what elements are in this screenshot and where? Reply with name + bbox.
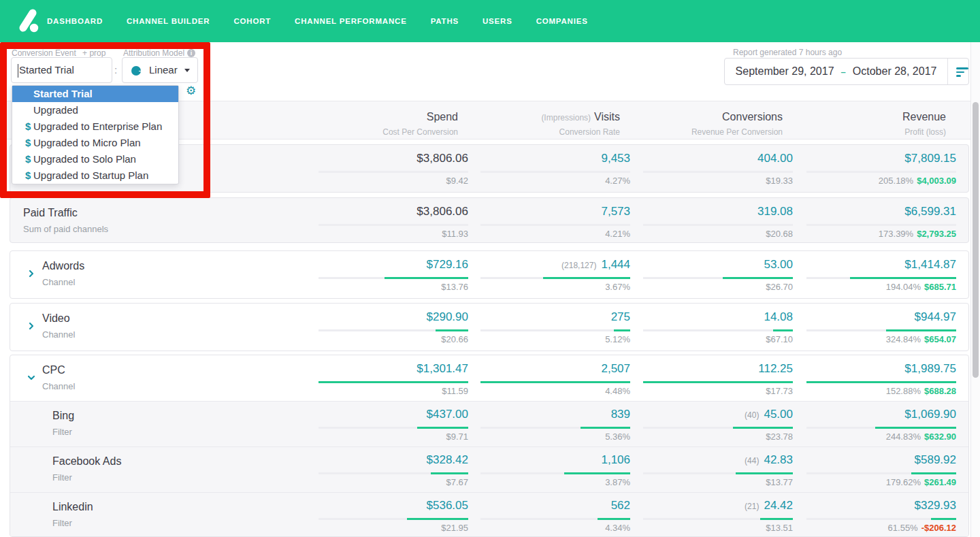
visits-subvalue: 4.48% bbox=[605, 386, 630, 396]
settings-gear-icon[interactable]: ⚙ bbox=[186, 84, 196, 97]
conversion-event-dropdown: Started TrialUpgraded$Upgraded to Enterp… bbox=[12, 85, 179, 184]
spend-subvalue: $13.76 bbox=[441, 282, 468, 292]
dropdown-item[interactable]: Started Trial bbox=[12, 86, 178, 102]
nav-item-paths[interactable]: PATHS bbox=[431, 17, 459, 25]
nav-item-companies[interactable]: COMPANIES bbox=[536, 17, 588, 25]
spend-value: $3,806.06 bbox=[416, 205, 468, 218]
dropdown-item-label: Started Trial bbox=[33, 88, 93, 99]
visits-cell: 2,5074.48% bbox=[480, 355, 630, 401]
add-prop-link[interactable]: + prop bbox=[82, 48, 105, 58]
conversions-value: (44)42.83 bbox=[745, 453, 793, 467]
spend-bar bbox=[318, 472, 468, 474]
conversions-cell: (44)42.83$13.77 bbox=[643, 446, 793, 492]
conversions-value: (40)45.00 bbox=[745, 408, 793, 421]
revenue-value: $329.93 bbox=[915, 499, 956, 512]
visits-bar bbox=[480, 472, 630, 474]
conversion-event-label: Conversion Event + prop bbox=[12, 48, 105, 58]
revenue-subvalue: 194.04%$685.71 bbox=[886, 282, 956, 292]
nav-item-cohort[interactable]: COHORT bbox=[233, 17, 271, 25]
scrollbar-thumb[interactable] bbox=[973, 102, 979, 378]
revenue-bar bbox=[806, 224, 956, 226]
spend-cell: $328.42$7.67 bbox=[318, 446, 468, 492]
chevron-right-icon[interactable] bbox=[27, 269, 36, 278]
conversions-bar-fill bbox=[736, 472, 793, 474]
visits-subvalue: 4.27% bbox=[605, 176, 630, 186]
dropdown-item[interactable]: $Upgraded to Enterprise Plan bbox=[12, 118, 178, 135]
visits-subvalue: 4.21% bbox=[605, 229, 630, 239]
spend-bar-fill bbox=[385, 277, 468, 279]
column-header-revenue[interactable]: Revenue Profit (loss) bbox=[796, 111, 946, 137]
visits-cell: 7,5734.21% bbox=[480, 198, 630, 243]
table-row-video[interactable]: VideoChannel$290.90$20.662755.12%14.08$6… bbox=[10, 304, 968, 351]
row-title: Paid Traffic bbox=[23, 207, 78, 219]
report-options-icon[interactable] bbox=[956, 67, 970, 79]
nav-item-dashboard[interactable]: DASHBOARD bbox=[47, 17, 103, 25]
conversions-bar bbox=[643, 427, 793, 429]
conversions-secondary-value: (21) bbox=[745, 502, 759, 511]
conversions-value: 319.08 bbox=[757, 205, 793, 218]
dollar-icon: $ bbox=[25, 118, 31, 135]
revenue-bar-fill bbox=[931, 518, 956, 520]
chevron-right-icon[interactable] bbox=[27, 321, 36, 331]
spend-cell: $437.00$9.71 bbox=[318, 401, 468, 446]
dropdown-item[interactable]: $Upgraded to Micro Plan bbox=[12, 135, 178, 151]
date-range-picker[interactable]: September 29, 2017 – October 28, 2017 bbox=[724, 58, 969, 85]
visits-value: 7,573 bbox=[601, 205, 630, 218]
spend-cell: $536.05$21.95 bbox=[318, 492, 468, 537]
date-start: September 29, 2017 bbox=[736, 65, 834, 78]
revenue-bar-fill bbox=[886, 329, 956, 331]
column-header-spend[interactable]: Spend Cost Per Conversion bbox=[308, 111, 458, 137]
revenue-value: $589.92 bbox=[915, 453, 956, 467]
attribution-logo[interactable] bbox=[15, 8, 41, 34]
column-header-conversions[interactable]: Conversions Revenue Per Conversion bbox=[633, 111, 783, 137]
row-subtitle: Channel bbox=[42, 277, 75, 287]
visits-bar bbox=[480, 171, 630, 173]
row-title: CPC bbox=[42, 364, 65, 376]
top-nav: DASHBOARDCHANNEL BUILDERCOHORTCHANNEL PE… bbox=[0, 0, 980, 42]
visits-secondary-value: (218,127) bbox=[561, 261, 596, 270]
info-icon[interactable]: i bbox=[187, 49, 195, 57]
nav-item-users[interactable]: USERS bbox=[483, 17, 512, 25]
table-row-bing: BingFilter$437.00$9.718395.36%(40)45.00$… bbox=[10, 401, 968, 446]
revenue-value: $1,989.75 bbox=[904, 362, 956, 376]
dropdown-item[interactable]: $Upgraded to Solo Plan bbox=[12, 151, 178, 167]
dropdown-item-label: Upgraded to Micro Plan bbox=[33, 137, 141, 148]
conversions-bar bbox=[643, 224, 793, 226]
row-title: Video bbox=[42, 312, 70, 325]
nav-item-channel-builder[interactable]: CHANNEL BUILDER bbox=[127, 17, 210, 25]
conversions-subvalue: $23.78 bbox=[766, 432, 793, 442]
attribution-model-label-text: Attribution Model bbox=[123, 48, 184, 58]
attribution-model-select[interactable]: Linear bbox=[122, 57, 198, 83]
conversions-secondary-value: (40) bbox=[745, 410, 759, 420]
table-card: CPCChannel$1,301.47$11.592,5074.48%112.2… bbox=[10, 355, 969, 537]
spend-value: $3,806.06 bbox=[416, 152, 468, 165]
dropdown-item[interactable]: $Upgraded to Startup Plan bbox=[12, 167, 178, 184]
visits-value: 562 bbox=[611, 499, 630, 512]
dropdown-item[interactable]: Upgraded bbox=[12, 102, 178, 118]
row-subtitle: Filter bbox=[52, 472, 72, 483]
text-cursor bbox=[18, 64, 18, 78]
row-subtitle: Sum of paid channels bbox=[23, 224, 108, 234]
visits-bar bbox=[480, 224, 630, 226]
spend-bar bbox=[318, 277, 468, 279]
revenue-value: $1,414.87 bbox=[904, 258, 956, 272]
chevron-down-icon[interactable] bbox=[27, 373, 36, 383]
spend-bar bbox=[318, 329, 468, 331]
spend-bar-fill bbox=[436, 329, 468, 331]
conversions-cell: 14.08$67.10 bbox=[643, 304, 793, 351]
row-subtitle: Channel bbox=[42, 329, 75, 340]
revenue-value: $6,599.31 bbox=[904, 205, 956, 218]
revenue-bar bbox=[806, 381, 956, 383]
table-row-adwords[interactable]: AdwordsChannel$729.16$13.76(218,127)1,44… bbox=[10, 251, 968, 299]
spend-bar bbox=[318, 224, 468, 226]
conversions-bar bbox=[643, 518, 793, 520]
column-header-visits[interactable]: (Impressions)Visits Conversion Rate bbox=[470, 111, 620, 137]
revenue-value: $1,069.90 bbox=[904, 408, 956, 421]
revenue-value: $944.97 bbox=[915, 310, 956, 324]
nav-menu: DASHBOARDCHANNEL BUILDERCOHORTCHANNEL PE… bbox=[47, 0, 588, 42]
nav-item-channel-performance[interactable]: CHANNEL PERFORMANCE bbox=[295, 17, 407, 25]
conversion-event-input[interactable]: Started Trial bbox=[11, 57, 112, 83]
table-row-cpc[interactable]: CPCChannel$1,301.47$11.592,5074.48%112.2… bbox=[10, 355, 968, 401]
revenue-cell: $589.92179.62%$261.49 bbox=[806, 446, 956, 492]
revenue-bar-fill bbox=[875, 427, 956, 429]
